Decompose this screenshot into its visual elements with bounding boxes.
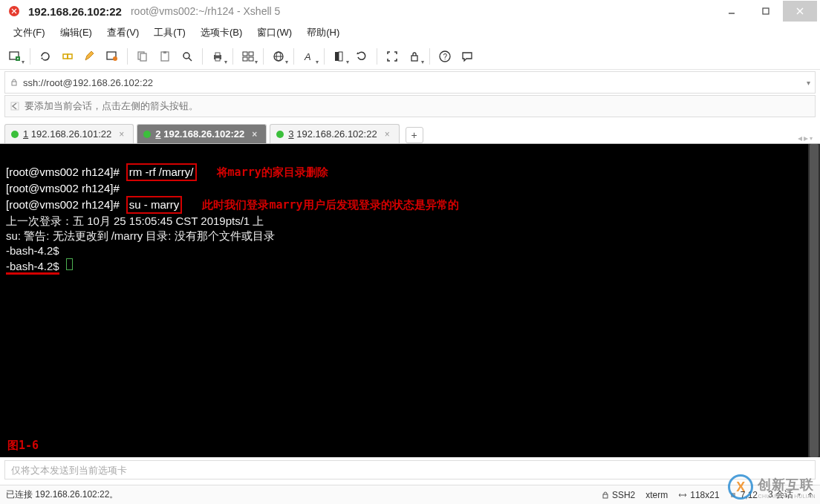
menu-file[interactable]: 文件(F) xyxy=(6,23,53,42)
fullscreen-icon[interactable] xyxy=(382,46,403,67)
toolbar-separator xyxy=(377,48,377,65)
menu-tab[interactable]: 选项卡(B) xyxy=(193,23,250,42)
session-tab-label: 3 192.168.26.102:22 xyxy=(288,128,377,140)
find-icon[interactable] xyxy=(177,46,198,67)
layout-icon[interactable]: ▾ xyxy=(238,46,258,67)
menu-bar: 文件(F) 编辑(E) 查看(V) 工具(T) 选项卡(B) 窗口(W) 帮助(… xyxy=(0,22,820,43)
svg-rect-14 xyxy=(140,53,146,61)
status-dot-icon xyxy=(11,131,19,138)
copy-icon[interactable] xyxy=(132,46,153,67)
watermark-text: 创新互联 xyxy=(758,476,816,494)
app-xshell-icon xyxy=(7,4,21,18)
hint-arrow-icon[interactable] xyxy=(10,101,20,111)
toolbar-separator xyxy=(232,48,233,65)
color-scheme-icon[interactable]: ▾ xyxy=(329,46,350,67)
status-size: 118x21 xyxy=(678,490,719,500)
properties-icon[interactable] xyxy=(102,46,123,67)
session-tab-1[interactable]: 1 192.168.26.101:22 × xyxy=(4,124,134,143)
menu-edit[interactable]: 编辑(E) xyxy=(53,23,100,42)
svg-rect-24 xyxy=(243,57,247,61)
chat-icon[interactable] xyxy=(457,46,478,67)
term-prompt: [root@vms002 rh124]# xyxy=(6,198,120,211)
svg-point-17 xyxy=(183,53,189,59)
menu-tools[interactable]: 工具(T) xyxy=(146,23,193,42)
refresh-icon[interactable] xyxy=(351,46,372,67)
status-bar: 已连接 192.168.26.102:22。 SSH2 xterm 118x21… xyxy=(0,485,820,504)
session-tab-label: 1 192.168.26.101:22 xyxy=(23,128,111,140)
tab-close-icon[interactable]: × xyxy=(252,129,257,140)
session-tab-2[interactable]: 2 192.168.26.102:22 × xyxy=(137,124,267,143)
tabstrip-arrows[interactable]: ◂▸▾ xyxy=(798,133,816,143)
svg-rect-20 xyxy=(215,53,220,56)
toolbar-separator xyxy=(429,48,430,65)
watermark-badge-icon: X xyxy=(728,474,753,500)
menu-help[interactable]: 帮助(H) xyxy=(299,23,347,42)
compose-placeholder: 仅将文本发送到当前选项卡 xyxy=(11,465,127,476)
toolbar-separator xyxy=(293,48,294,65)
paste-icon[interactable] xyxy=(154,46,175,67)
edit-pencil-icon[interactable] xyxy=(79,46,100,67)
menu-view[interactable]: 查看(V) xyxy=(100,23,146,42)
watermark-logo: X 创新互联 CHUANGXIN HULIAN xyxy=(728,474,816,500)
svg-rect-2 xyxy=(763,8,769,14)
term-bash-prompt: -bash-4.2$ xyxy=(6,260,59,275)
term-prompt: [root@vms002 rh124]# xyxy=(6,166,120,178)
session-tab-3[interactable]: 3 192.168.26.102:22 × xyxy=(270,124,399,143)
tab-close-icon[interactable]: × xyxy=(385,129,390,140)
svg-rect-23 xyxy=(249,52,253,56)
toolbar-separator xyxy=(30,48,30,65)
svg-rect-35 xyxy=(12,82,16,85)
figure-label: 图1-6 xyxy=(7,438,39,453)
term-annotation-2: 此时我们登录marry用户后发现登录的状态是异常的 xyxy=(202,198,458,212)
terminal-view[interactable]: [root@vms002 rh124]# rm -rf /marry/ 将mar… xyxy=(0,144,820,457)
reconnect-icon[interactable] xyxy=(35,46,56,67)
maximize-button[interactable] xyxy=(749,1,783,22)
svg-point-12 xyxy=(113,56,117,61)
svg-rect-37 xyxy=(603,494,608,498)
term-cmd-rm: rm -rf /marry/ xyxy=(126,163,197,181)
svg-text:A: A xyxy=(304,51,311,62)
svg-rect-10 xyxy=(68,54,72,59)
address-bar[interactable]: ssh://root@192.168.26.102:22 ▾ xyxy=(4,71,816,94)
window-title-path: root@vms002:~/rh124 - Xshell 5 xyxy=(131,5,280,17)
hint-bar: 要添加当前会话，点击左侧的箭头按钮。 xyxy=(4,95,816,117)
status-dot-icon xyxy=(276,131,284,138)
print-icon[interactable]: ▾ xyxy=(207,46,228,67)
svg-rect-32 xyxy=(411,56,417,61)
toolbar-separator xyxy=(263,48,264,65)
toolbar-separator xyxy=(127,48,128,65)
lock-small-icon xyxy=(602,491,609,499)
size-icon xyxy=(678,491,687,499)
watermark-subtext: CHUANGXIN HULIAN xyxy=(758,494,816,499)
minimize-button[interactable] xyxy=(715,1,749,22)
terminal-scrollbar[interactable] xyxy=(808,144,820,457)
svg-rect-9 xyxy=(63,54,68,59)
term-output: 上一次登录：五 10月 25 15:05:45 CST 2019pts/1 上 xyxy=(6,215,264,227)
compose-input[interactable]: 仅将文本发送到当前选项卡 xyxy=(4,460,816,480)
disconnect-icon[interactable] xyxy=(57,46,78,67)
encoding-icon[interactable]: ▾ xyxy=(268,46,289,67)
help-icon[interactable]: ? xyxy=(435,46,455,67)
svg-rect-22 xyxy=(243,52,247,56)
term-cmd-su: su - marry xyxy=(126,196,183,214)
toolbar: ▾ ▾ ▾ ▾ A▾ ▾ ▾ ? xyxy=(0,43,820,70)
close-button[interactable] xyxy=(783,1,817,22)
font-icon[interactable]: A▾ xyxy=(299,46,319,67)
status-term-type: xterm xyxy=(645,490,668,500)
title-bar: 192.168.26.102:22 root@vms002:~/rh124 - … xyxy=(0,0,820,22)
svg-rect-25 xyxy=(249,57,253,61)
term-annotation-1: 将marry的家目录删除 xyxy=(217,166,328,179)
window-controls xyxy=(715,1,817,22)
new-tab-button[interactable]: + xyxy=(406,127,423,143)
status-protocol: SSH2 xyxy=(602,490,635,500)
new-session-icon[interactable]: ▾ xyxy=(4,46,25,67)
menu-window[interactable]: 窗口(W) xyxy=(250,23,299,42)
window-title-host: 192.168.26.102:22 xyxy=(28,5,122,18)
address-url: ssh://root@192.168.26.102:22 xyxy=(23,77,153,88)
lock-icon[interactable]: ▾ xyxy=(404,46,425,67)
term-bash-prompt: -bash-4.2$ xyxy=(6,244,59,257)
address-dropdown-icon[interactable]: ▾ xyxy=(807,79,810,87)
tab-close-icon[interactable]: × xyxy=(119,129,124,140)
session-tab-label: 2 192.168.26.102:22 xyxy=(155,128,244,140)
svg-line-18 xyxy=(189,58,192,61)
